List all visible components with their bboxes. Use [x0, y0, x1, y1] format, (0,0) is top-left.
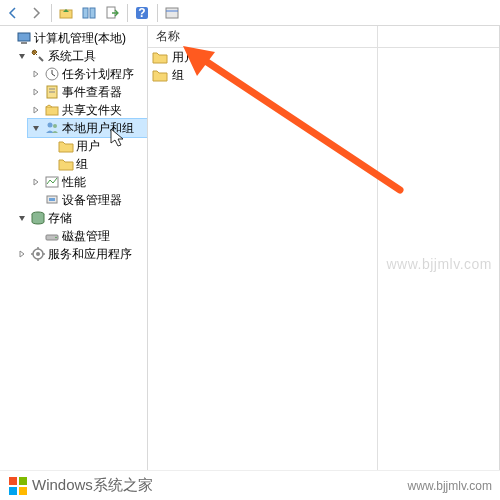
tree-label: 计算机管理(本地) [34, 30, 126, 47]
tree-label: 本地用户和组 [62, 120, 134, 137]
tree-task-scheduler[interactable]: 任务计划程序 [28, 65, 147, 83]
tree-label: 存储 [48, 210, 72, 227]
chevron-right-icon[interactable] [30, 176, 42, 188]
storage-icon [30, 210, 46, 226]
properties-icon [164, 5, 180, 21]
tree-label: 服务和应用程序 [48, 246, 132, 263]
forward-button[interactable] [25, 2, 47, 24]
help-button[interactable]: ? [131, 2, 153, 24]
properties-button[interactable] [161, 2, 183, 24]
tree-label: 任务计划程序 [62, 66, 134, 83]
folder-up-icon [58, 5, 74, 21]
list-panel: 名称 用户 组 [148, 26, 499, 470]
tree-panel[interactable]: 计算机管理(本地) 系统工具 任务计划程序 [0, 26, 148, 470]
folder-icon [58, 156, 74, 172]
folder-icon [152, 68, 168, 82]
panes-icon [81, 5, 97, 21]
chevron-right-icon[interactable] [30, 104, 42, 116]
tree-device-manager[interactable]: 设备管理器 [28, 191, 147, 209]
svg-rect-25 [9, 477, 17, 485]
svg-rect-27 [9, 487, 17, 495]
svg-rect-6 [166, 8, 178, 18]
folder-icon [152, 50, 168, 64]
toolbar: ? [0, 0, 500, 26]
expander-spacer [44, 140, 56, 152]
svg-point-15 [48, 123, 53, 128]
svg-rect-19 [49, 198, 55, 201]
clock-icon [44, 66, 60, 82]
up-button[interactable] [55, 2, 77, 24]
svg-point-24 [36, 252, 40, 256]
svg-rect-26 [19, 477, 27, 485]
tree-shared-folders[interactable]: 共享文件夹 [28, 101, 147, 119]
services-icon [30, 246, 46, 262]
svg-text:?: ? [138, 6, 145, 20]
chevron-down-icon[interactable] [16, 50, 28, 62]
brand-text: Windows系统之家 [32, 476, 153, 495]
chevron-right-icon[interactable] [16, 248, 28, 260]
tree-label: 磁盘管理 [62, 228, 110, 245]
tree-local-users-groups[interactable]: 本地用户和组 [28, 119, 147, 137]
tree-services-apps[interactable]: 服务和应用程序 [14, 245, 147, 263]
disk-icon [44, 228, 60, 244]
svg-rect-8 [18, 33, 30, 41]
svg-rect-2 [90, 8, 95, 18]
export-button[interactable] [101, 2, 123, 24]
folder-icon [58, 138, 74, 154]
tree-label: 设备管理器 [62, 192, 122, 209]
chevron-down-icon[interactable] [16, 212, 28, 224]
tree-groups-folder[interactable]: 组 [42, 155, 147, 173]
expander-spacer [44, 158, 56, 170]
computer-icon [16, 30, 32, 46]
svg-rect-1 [83, 8, 88, 18]
list-item-label: 组 [172, 67, 184, 84]
tree-label: 事件查看器 [62, 84, 122, 101]
show-hide-button[interactable] [78, 2, 100, 24]
tree-disk-management[interactable]: 磁盘管理 [28, 227, 147, 245]
list-item[interactable]: 用户 [148, 48, 377, 66]
svg-rect-9 [21, 42, 27, 44]
toolbar-separator [157, 4, 158, 22]
performance-icon [44, 174, 60, 190]
tree-system-tools[interactable]: 系统工具 [14, 47, 147, 65]
tree-label: 组 [76, 156, 88, 173]
expander-icon[interactable] [2, 32, 14, 44]
tree-event-viewer[interactable]: 事件查看器 [28, 83, 147, 101]
event-icon [44, 84, 60, 100]
svg-rect-14 [46, 107, 58, 115]
toolbar-separator [51, 4, 52, 22]
list-item[interactable]: 组 [148, 66, 377, 84]
list-body[interactable]: 用户 组 [148, 48, 499, 470]
tree-label: 性能 [62, 174, 86, 191]
shared-folder-icon [44, 102, 60, 118]
chevron-right-icon[interactable] [30, 68, 42, 80]
tree-users-folder[interactable]: 用户 [42, 137, 147, 155]
tree-label: 用户 [76, 138, 100, 155]
svg-rect-28 [19, 487, 27, 495]
toolbar-separator [127, 4, 128, 22]
footer-url: www.bjjmlv.com [408, 479, 492, 493]
export-icon [104, 5, 120, 21]
tree-storage[interactable]: 存储 [14, 209, 147, 227]
column-name[interactable]: 名称 [148, 26, 378, 47]
help-icon: ? [134, 5, 150, 21]
back-button[interactable] [2, 2, 24, 24]
windows-logo-icon [8, 476, 28, 496]
svg-point-22 [55, 237, 57, 239]
tree-root-computer-management[interactable]: 计算机管理(本地) [0, 29, 147, 47]
svg-point-16 [53, 124, 57, 128]
tree-label: 共享文件夹 [62, 102, 122, 119]
list-header: 名称 [148, 26, 499, 48]
tools-icon [30, 48, 46, 64]
users-groups-icon [44, 120, 60, 136]
brand: Windows系统之家 [8, 476, 153, 496]
expander-spacer [30, 194, 42, 206]
arrow-left-icon [6, 6, 20, 20]
device-manager-icon [44, 192, 60, 208]
chevron-down-icon[interactable] [30, 122, 42, 134]
chevron-right-icon[interactable] [30, 86, 42, 98]
tree-performance[interactable]: 性能 [28, 173, 147, 191]
tree-label: 系统工具 [48, 48, 96, 65]
arrow-right-icon [29, 6, 43, 20]
expander-spacer [30, 230, 42, 242]
